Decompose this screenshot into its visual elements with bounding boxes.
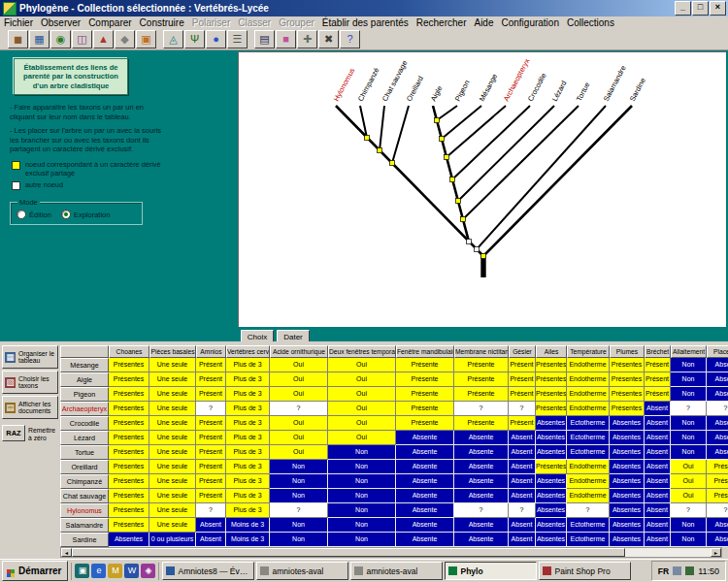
menu-item-etablir-des-parentes[interactable]: Établir des parentés [318, 17, 413, 28]
menu-item-construire[interactable]: Construire [136, 17, 188, 28]
task-amniotes8-evolu[interactable]: Amniotes8 — Évolu... [162, 562, 254, 580]
cell-oreillard-amnios[interactable]: Présent [196, 460, 226, 474]
column-header-acide-ornithurique[interactable]: Acide ornithurique [270, 345, 328, 358]
cell-salamandre-ailes[interactable]: Absentes [536, 518, 567, 533]
cell-oreillard-brechet[interactable]: Absent [645, 460, 671, 474]
cell-pigeon-plumes[interactable]: Présentes [610, 387, 645, 402]
toolbar-print-icon[interactable]: ▤ [254, 30, 275, 48]
cell-pigeon-choanes[interactable]: Présentes [109, 387, 149, 402]
cell-chat-sauvage-deux-fenetres-temporales[interactable]: Non [328, 489, 396, 503]
cell-aigle-acide-ornithurique[interactable]: Oui [270, 372, 328, 387]
cell-tortue-temperature[interactable]: Ectotherme [567, 445, 610, 460]
cell-pigeon-vertebres-cervicales[interactable]: Plus de 3 [226, 387, 270, 402]
column-header-temperature[interactable]: Température [567, 345, 610, 358]
cell-sardine-pieces-basales[interactable]: 0 ou plusieurs [149, 533, 196, 547]
cell-mesange-brechet[interactable]: Présent [645, 358, 671, 372]
show-desktop-icon[interactable]: ▣ [75, 564, 89, 578]
cell-chat-sauvage-pieces-basales[interactable]: Une seule [149, 489, 196, 503]
choisir-les-taxons-button[interactable]: ▧Choisir les taxons [2, 371, 58, 394]
cladogram-canvas[interactable]: HylonomusChimpanzéChat sauvageOreillardA… [239, 52, 725, 326]
cell-pigeon-amnios[interactable]: Présent [196, 387, 226, 402]
cell-chat-sauvage-brechet[interactable]: Absent [645, 489, 671, 503]
cell-aigle-fenetre-mandibulaire[interactable]: Présente [396, 372, 454, 387]
taxon-button-archaeopteryx[interactable]: Archaeopteryx [60, 402, 109, 416]
cell-hylonomus-allaitement[interactable]: ? [671, 503, 707, 518]
cell-oreillard-deux-fenetres-temporales[interactable]: Non [328, 460, 396, 474]
cell-chimpanze-choanes[interactable]: Présentes [109, 474, 149, 489]
taxon-button-aigle[interactable]: Aigle [60, 372, 109, 387]
cell-crocodile-temperature[interactable]: Ectotherme [567, 416, 610, 431]
taxon-button-tortue[interactable]: Tortue [60, 445, 109, 460]
cell-aigle-pieces-basales[interactable]: Une seule [149, 372, 196, 387]
cell-chat-sauvage-membrane-nictitante[interactable]: Absente [454, 489, 509, 503]
toolbar-search-icon[interactable]: ● [206, 30, 226, 48]
column-header-gesier[interactable]: Gésier [509, 345, 536, 358]
ie-icon[interactable]: e [91, 564, 106, 578]
cell-sardine-membrane-nictitante[interactable]: Absente [454, 533, 509, 547]
cell-salamandre-plumes[interactable]: Absentes [610, 518, 645, 533]
menu-item-comparer[interactable]: Comparer [84, 17, 135, 28]
cell-lezard-membrane-nictitante[interactable]: Absente [454, 431, 509, 445]
cell-lezard-temperature[interactable]: Ectotherme [567, 431, 610, 445]
cell-mesange-fenetre-mandibulaire[interactable]: Présente [396, 358, 454, 372]
column-header-amnios[interactable]: Amnios [196, 345, 226, 358]
cell-lezard-pieces-basales[interactable]: Une seule [149, 431, 196, 445]
cell-aigle-placenta[interactable]: Absent [707, 372, 728, 387]
cell-hylonomus-amnios[interactable]: ? [196, 503, 226, 518]
toolbar-compare-icon[interactable]: ◫ [72, 30, 92, 48]
taxon-button-chimpanze[interactable]: Chimpanzé [60, 474, 109, 489]
cell-tortue-gesier[interactable]: Absent [509, 445, 536, 460]
cell-mesange-deux-fenetres-temporales[interactable]: Oui [328, 358, 396, 372]
cell-hylonomus-membrane-nictitante[interactable]: ? [454, 503, 509, 518]
cell-lezard-deux-fenetres-temporales[interactable]: Oui [328, 431, 396, 445]
cell-sardine-amnios[interactable]: Absent [196, 533, 226, 547]
cell-hylonomus-pieces-basales[interactable]: Une seule [149, 503, 196, 518]
cell-chimpanze-deux-fenetres-temporales[interactable]: Non [328, 474, 396, 489]
taxon-label-tortue[interactable]: Tortue [575, 81, 592, 103]
cell-hylonomus-vertebres-cervicales[interactable]: Plus de 3 [226, 503, 270, 518]
raz-button[interactable]: RAZ [2, 425, 25, 441]
cell-chat-sauvage-gesier[interactable]: Absent [509, 489, 536, 503]
cell-sardine-fenetre-mandibulaire[interactable]: Absente [396, 533, 454, 547]
taxon-label-lezard[interactable]: Lézard [550, 79, 569, 102]
toolbar-build-icon[interactable]: ▲ [93, 30, 114, 48]
cell-salamandre-amnios[interactable]: Absent [196, 518, 226, 533]
cell-oreillard-fenetre-mandibulaire[interactable]: Absente [396, 460, 454, 474]
cell-salamandre-fenetre-mandibulaire[interactable]: Absente [396, 518, 454, 533]
cell-hylonomus-acide-ornithurique[interactable]: ? [270, 503, 328, 518]
column-header-membrane-nictitante[interactable]: Membrane nictitante [454, 345, 509, 358]
cell-crocodile-vertebres-cervicales[interactable]: Plus de 3 [226, 416, 270, 431]
taxon-button-sardine[interactable]: Sardine [60, 533, 109, 547]
cell-crocodile-choanes[interactable]: Présentes [109, 416, 149, 431]
cell-archaeopteryx-acide-ornithurique[interactable]: ? [270, 402, 328, 416]
cell-salamandre-gesier[interactable]: Absent [509, 518, 536, 533]
cell-tortue-amnios[interactable]: Présent [196, 445, 226, 460]
toolbar-tree-icon[interactable]: Ψ [184, 30, 205, 48]
cell-sardine-acide-ornithurique[interactable]: Non [270, 533, 328, 547]
afficher-les-documents-button[interactable]: ▤Afficher les documents [2, 396, 58, 419]
cell-archaeopteryx-deux-fenetres-temporales[interactable]: Oui [328, 402, 396, 416]
organiser-le-tableau-button[interactable]: ▦Organiser le tableau [2, 345, 58, 369]
taxon-label-sardine[interactable]: Sardine [628, 77, 647, 103]
taxon-label-chimpanze[interactable]: Chimpanzé [356, 66, 381, 103]
cell-sardine-deux-fenetres-temporales[interactable]: Non [328, 533, 396, 547]
column-header-pieces-basales[interactable]: Pièces basales [149, 345, 196, 358]
taxon-label-aigle[interactable]: Aigle [429, 84, 445, 103]
cell-archaeopteryx-vertebres-cervicales[interactable]: Plus de 3 [226, 402, 270, 416]
scroll-left-arrow[interactable]: ◄ [61, 548, 72, 557]
cell-tortue-ailes[interactable]: Absentes [536, 445, 567, 460]
cell-chat-sauvage-placenta[interactable]: Présent [707, 489, 728, 503]
cell-aigle-brechet[interactable]: Présent [645, 372, 671, 387]
cell-pigeon-pieces-basales[interactable]: Une seule [149, 387, 196, 402]
taxon-label-crocodile[interactable]: Crocodile [526, 72, 548, 103]
cell-tortue-acide-ornithurique[interactable]: Oui [270, 445, 328, 460]
cell-aigle-choanes[interactable]: Présentes [109, 372, 149, 387]
cell-lezard-ailes[interactable]: Absentes [536, 431, 567, 445]
cell-lezard-gesier[interactable]: Absent [509, 431, 536, 445]
cell-lezard-fenetre-mandibulaire[interactable]: Absente [396, 431, 454, 445]
column-header-fenetre-mandibulaire[interactable]: Fenêtre mandibulaire [396, 345, 454, 358]
cell-chimpanze-temperature[interactable]: Endotherme [567, 474, 610, 489]
cell-oreillard-ailes[interactable]: Présentes [536, 460, 567, 474]
toolbar-settings-icon[interactable]: ✖ [318, 30, 339, 48]
cell-mesange-gesier[interactable]: Présent [509, 358, 536, 372]
